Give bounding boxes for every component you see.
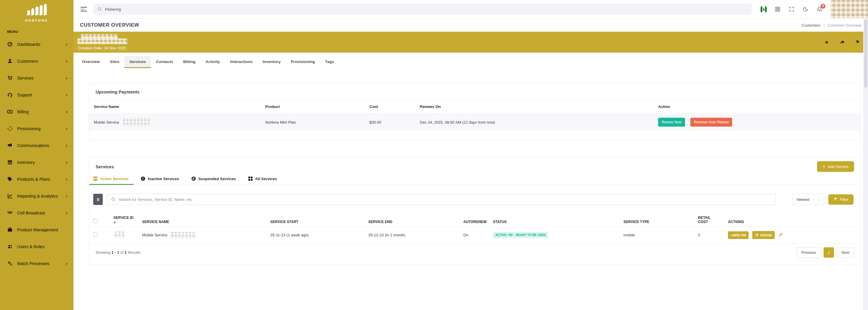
sidebar-item-products-plans[interactable]: Products & Plans › [0,171,73,187]
chevron-right-icon: › [66,59,67,64]
page-header: CUSTOMER OVERVIEW Customers › Customer O… [73,19,868,32]
banner-actions: ★ ⚑ [825,40,860,45]
tab-provisioning[interactable]: Provisioning [286,56,320,68]
sidebar-item-dashboards[interactable]: Dashboards › [0,36,73,53]
col-action: Action [658,104,860,109]
sidebar-item-product-management[interactable]: Product Management [0,221,73,238]
upcoming-payments-title: Upcoming Payments [89,83,860,99]
renew-now-button[interactable]: Renew Now [658,118,685,127]
apps-grid-icon[interactable] [775,6,781,12]
sidebar-item-support[interactable]: Support › [0,87,73,103]
edit-pencil-icon[interactable]: ✎ [778,232,783,238]
services-footer: Showing 1 - 1 of 1 Results Previous 1 Ne… [89,243,860,257]
services-table-header: SERVICE ID▼ SERVICE NAME SERVICE START S… [89,212,860,227]
services-search[interactable] [107,194,776,205]
vertical-scrollbar[interactable] [863,19,868,310]
usage-button[interactable]: USAGE [752,231,775,239]
col-cost: Cost [369,104,420,109]
breadcrumb-current: Customer Overview [828,23,862,28]
clear-selection-button[interactable] [93,194,103,205]
star-icon[interactable]: ★ [825,40,829,45]
sidebar-item-provisioning[interactable]: Provisioning › [0,120,73,137]
subtab-suspended-services[interactable]: Suspended Services [191,177,236,184]
tab-billing[interactable]: Billing [178,56,200,68]
sidebar-item-label: Product Management [17,228,67,232]
share-icon[interactable] [840,40,845,45]
cart-icon [7,75,13,81]
tab-activity[interactable]: Activity [200,56,225,68]
page-1-button[interactable]: 1 [824,247,834,257]
sidebar-item-users-roles[interactable]: Users & Roles [0,238,73,255]
subtab-all-services[interactable]: All Services [248,177,277,184]
tab-inventory[interactable]: Inventory [257,56,286,68]
add-service-button[interactable]: + Add Service [817,161,854,172]
chevron-right-icon: › [66,210,67,215]
suspended-services-icon [191,177,196,181]
hamburger-menu-icon[interactable] [81,6,87,13]
norfone-logo[interactable]: NORFONE [0,0,73,22]
norfolk-flag-icon[interactable] [761,6,767,12]
services-filter-row: Newest ⌄ Filter [89,194,860,205]
services-subtabs: Active Services Inactive Services Suspen… [89,172,860,185]
col-actions: ACTIONS [728,220,860,227]
sidebar-item-reporting-analytics[interactable]: Reporting & Analytics › [0,187,73,204]
tab-tags[interactable]: Tags [320,56,339,68]
service-number-redacted [121,118,150,126]
remove-auto-renew-button[interactable]: Remove Auto Renew [690,118,732,127]
sidebar-nav: Dashboards › Customers › Services › Supp… [0,36,73,272]
sidebar-item-cell-broadcast[interactable]: A Cell Broadcast › [0,204,73,221]
global-search[interactable] [94,4,752,15]
services-search-input[interactable] [119,197,772,202]
subtab-inactive-services[interactable]: Inactive Services [141,177,179,184]
inactive-services-icon [141,177,145,181]
tab-services[interactable]: Services [124,56,151,68]
tag-icon [7,176,13,182]
all-services-icon [248,177,253,181]
sidebar-item-services[interactable]: Services › [0,70,73,87]
search-icon [97,6,102,12]
sidebar-item-label: Support [17,93,66,97]
tab-sites[interactable]: Sites [105,56,124,68]
chevron-right-icon: › [66,261,67,266]
tab-contacts[interactable]: Contacts [151,56,178,68]
moon-icon[interactable] [803,6,808,12]
select-all-checkbox[interactable] [93,218,98,223]
users-icon [7,244,13,250]
sidebar-item-label: Reporting & Analytics [17,194,66,199]
brand-name: NORFONE [0,19,73,22]
tab-overview[interactable]: Overview [77,56,105,68]
sidebar-item-label: Batch Processes [17,261,66,266]
sidebar-item-batch-processes[interactable]: Batch Processes › [0,255,73,272]
bell-icon[interactable]: 0 [816,6,823,12]
sidebar-item-customers[interactable]: Customers › [0,53,73,70]
scrollbar-thumb[interactable] [864,20,867,88]
sort-dropdown[interactable]: Newest ⌄ [792,194,824,205]
add-on-button[interactable]: +ADD ON [728,231,749,239]
breadcrumb-customers[interactable]: Customers [802,23,820,28]
flag-icon[interactable]: ⚑ [856,40,860,45]
row-checkbox[interactable] [93,233,98,237]
upcoming-payment-row: Mobile Service Norfone Mini Plan $30.00 … [89,113,860,131]
global-search-input[interactable] [105,7,748,11]
user-avatar[interactable] [830,0,868,18]
sidebar-item-label: Services [17,76,66,80]
col-product: Product [265,104,369,109]
service-type: mobile [623,233,698,237]
col-service-id[interactable]: SERVICE ID▼ [113,216,142,227]
tab-interactions[interactable]: Interactions [225,56,258,68]
filter-button[interactable]: Filter [828,194,854,205]
plus-icon: + [823,164,825,169]
chevron-right-icon: › [66,109,67,114]
chevron-down-icon: ⌄ [813,194,824,205]
service-end: 25-12-23 (in 1 month) [368,233,463,237]
sidebar-item-label: Cell Broadcast [17,211,66,215]
subtab-active-services[interactable]: Active Services [93,177,128,184]
sidebar-item-billing[interactable]: Billing › [0,103,73,120]
sidebar-item-communications[interactable]: Communications › [0,137,73,154]
sort-desc-icon: ▼ [113,221,142,224]
chevron-right-icon: › [66,160,67,165]
fullscreen-icon[interactable] [789,6,795,12]
previous-page-button[interactable]: Previous [797,247,821,257]
sidebar-item-inventory[interactable]: Inventory › [0,154,73,171]
next-page-button[interactable]: Next [837,247,854,257]
